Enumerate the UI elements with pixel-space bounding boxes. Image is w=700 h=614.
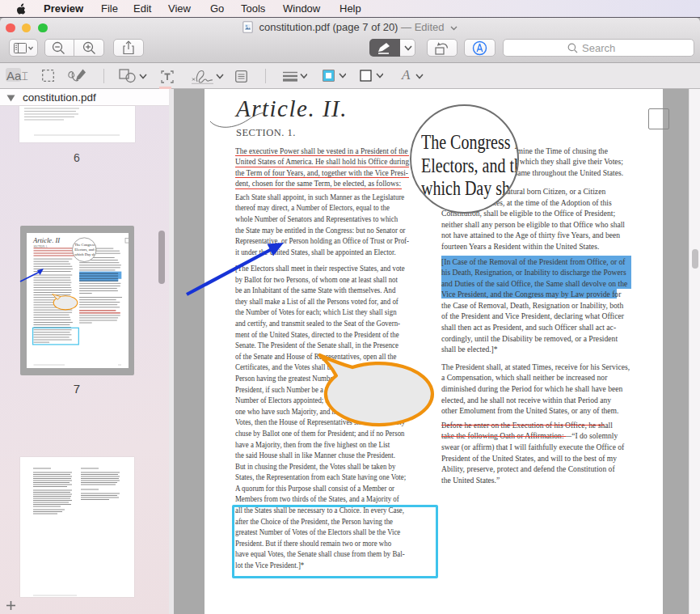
svg-text:which Day sh: which Day sh (74, 252, 95, 256)
svg-text:The Congress: The Congress (74, 243, 95, 247)
svg-text:Article. II: Article. II (32, 236, 61, 244)
svg-text:SECTION. 1.: SECTION. 1. (33, 244, 48, 248)
